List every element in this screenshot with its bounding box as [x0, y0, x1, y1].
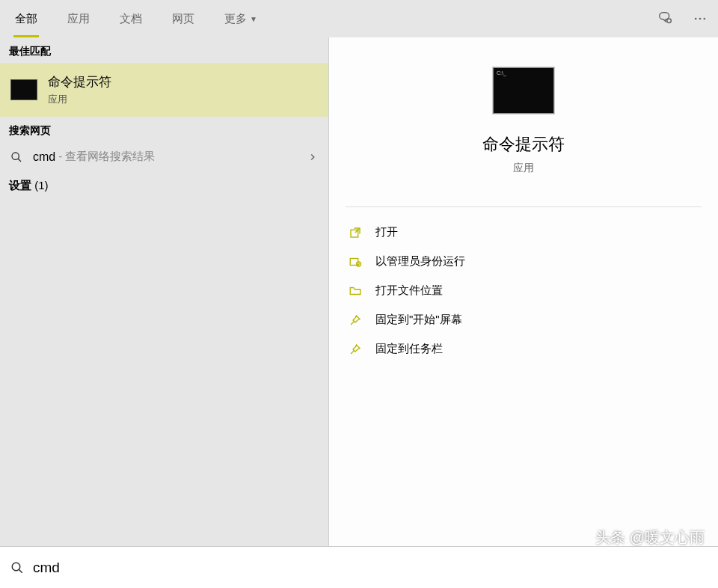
action-pin-start[interactable]: 固定到"开始"屏幕	[337, 305, 711, 334]
preview-panel: C:\_ 命令提示符 应用 打开 以管理员身份运行 打开文件位置	[329, 37, 718, 546]
preview-app-icon: C:\_	[493, 67, 554, 114]
section-settings[interactable]: 设置 (1)	[0, 171, 328, 200]
action-pin-taskbar-label: 固定到任务栏	[375, 342, 443, 356]
pin-taskbar-icon	[349, 343, 365, 356]
tab-all-label: 全部	[15, 12, 37, 26]
svg-line-7	[355, 228, 360, 233]
svg-point-0	[667, 19, 672, 23]
chevron-down-icon: ▼	[250, 15, 257, 23]
svg-point-2	[699, 18, 702, 20]
tab-docs[interactable]: 文档	[105, 0, 157, 37]
svg-point-1	[695, 18, 697, 20]
tab-docs-label: 文档	[120, 12, 142, 26]
section-search-web: 搜索网页	[0, 117, 328, 142]
action-open-label: 打开	[375, 225, 398, 239]
svg-point-10	[12, 563, 20, 571]
web-search-query: cmd	[33, 150, 55, 164]
svg-point-4	[12, 153, 19, 159]
action-run-admin[interactable]: 以管理员身份运行	[337, 247, 711, 276]
open-icon	[349, 226, 365, 239]
results-panel: 最佳匹配 命令提示符 应用 搜索网页 cmd - 查看网络搜索结果	[0, 37, 329, 546]
tab-apps[interactable]: 应用	[52, 0, 105, 37]
section-best-match: 最佳匹配	[0, 37, 328, 63]
search-input[interactable]	[33, 560, 708, 576]
search-bar	[0, 546, 718, 588]
tab-all[interactable]: 全部	[0, 0, 52, 37]
action-run-admin-label: 以管理员身份运行	[375, 254, 465, 269]
cmd-app-icon	[10, 79, 37, 100]
tab-web[interactable]: 网页	[157, 0, 209, 37]
web-search-hint: - 查看网络搜索结果	[58, 150, 155, 164]
tab-more[interactable]: 更多 ▼	[209, 0, 272, 37]
settings-label: 设置	[9, 179, 31, 192]
svg-line-11	[19, 569, 22, 573]
folder-icon	[349, 284, 365, 298]
feedback-icon[interactable]	[655, 8, 676, 29]
preview-title: 命令提示符	[482, 133, 565, 156]
top-tab-bar: 全部 应用 文档 网页 更多 ▼	[0, 0, 718, 37]
best-match-result[interactable]: 命令提示符 应用	[0, 63, 328, 117]
best-match-title: 命令提示符	[48, 73, 111, 91]
svg-line-5	[18, 159, 21, 162]
divider	[346, 206, 702, 207]
preview-subtitle: 应用	[513, 162, 534, 175]
chevron-right-icon	[307, 152, 318, 162]
best-match-subtitle: 应用	[48, 93, 111, 106]
admin-icon	[349, 255, 365, 269]
tab-more-label: 更多	[224, 12, 247, 26]
search-icon	[10, 151, 25, 163]
action-open-location[interactable]: 打开文件位置	[337, 276, 711, 305]
settings-count: (1)	[34, 179, 48, 192]
web-search-result[interactable]: cmd - 查看网络搜索结果	[0, 142, 328, 171]
action-pin-start-label: 固定到"开始"屏幕	[375, 313, 462, 327]
svg-point-3	[704, 18, 706, 20]
action-open-location-label: 打开文件位置	[375, 284, 443, 298]
action-open[interactable]: 打开	[337, 218, 711, 247]
search-bar-icon	[10, 561, 24, 575]
tab-web-label: 网页	[172, 12, 194, 26]
pin-icon	[349, 313, 365, 327]
more-options-icon[interactable]	[690, 8, 711, 29]
tab-apps-label: 应用	[67, 12, 90, 26]
action-pin-taskbar[interactable]: 固定到任务栏	[337, 334, 711, 364]
